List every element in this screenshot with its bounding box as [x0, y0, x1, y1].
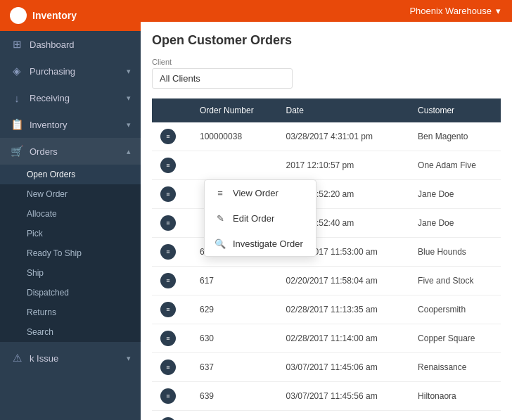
table-header-row: Order Number Date Customer	[152, 98, 501, 122]
row-customer: One	[409, 411, 501, 421]
top-bar: Phoenix Warehouse ▾	[141, 0, 512, 22]
view-order-icon: ≡	[215, 187, 226, 198]
col-icon	[152, 98, 191, 122]
row-icon-cell: ≡	[152, 353, 191, 382]
row-icon-cell: ≡	[152, 238, 191, 267]
sidebar-item-dashboard[interactable]: ⊞ Dashboard	[0, 31, 141, 58]
sidebar-subitem-search[interactable]: Search	[0, 322, 141, 342]
client-select[interactable]: All Clients	[152, 68, 293, 89]
context-menu: ≡ View Order ✎ Edit Order 🔍 Investigate …	[204, 179, 316, 257]
sidebar-item-receiving[interactable]: ↓ Receiving ▾	[0, 84, 141, 111]
main-content: Phoenix Warehouse ▾ Open Customer Orders…	[141, 0, 512, 420]
row-customer: Five and Stock	[409, 267, 501, 295]
sidebar-label-orders: Orders	[30, 146, 58, 157]
orders-table: Order Number Date Customer ≡ 100000038 0…	[152, 98, 501, 420]
row-icon-cell: ≡	[152, 295, 191, 324]
sidebar-item-purchasing[interactable]: ◈ Purchasing ▾	[0, 58, 141, 84]
row-icon-cell: ≡	[152, 180, 191, 209]
sidebar-header: Inventory	[0, 0, 141, 31]
warehouse-label: Phoenix Warehouse	[409, 6, 492, 16]
app-container: Inventory ⊞ Dashboard ◈ Purchasing ▾ ↓ R…	[0, 0, 512, 420]
row-order-number: 637	[191, 353, 278, 382]
row-icon: ≡	[160, 186, 176, 202]
sidebar-subitem-returns[interactable]: Returns	[0, 303, 141, 322]
row-customer: Renaissance	[409, 353, 501, 382]
sidebar-subitem-dispatched[interactable]: Dispatched	[0, 283, 141, 303]
row-date: 02/28/2017 11:13:35 am	[278, 295, 410, 324]
row-customer: Ben Magento	[409, 122, 501, 151]
sidebar-subitem-ship[interactable]: Ship	[0, 263, 141, 283]
table-row[interactable]: ≡ 617 02/20/2017 11:58:04 am Five and St…	[152, 267, 501, 295]
row-icon-cell: ≡	[152, 411, 191, 421]
sidebar-item-stock-issue[interactable]: ⚠ k Issue ▾	[0, 345, 141, 371]
context-menu-investigate-order[interactable]: 🔍 Investigate Order	[205, 231, 316, 256]
row-icon-cell: ≡	[152, 122, 191, 151]
row-order-number: 630	[191, 324, 278, 353]
table-row[interactable]: ≡ 629 02/28/2017 11:13:35 am Coopersmith	[152, 295, 501, 324]
sidebar-subitem-new-order[interactable]: New Order	[0, 184, 141, 204]
row-icon: ≡	[160, 273, 176, 288]
orders-icon: 🛒	[10, 144, 24, 158]
inventory-icon: 📋	[10, 117, 24, 132]
row-date: 03/09/2017 9:00:17 am	[278, 411, 410, 421]
stock-issue-icon: ⚠	[10, 351, 24, 365]
sidebar-subitem-pick[interactable]: Pick	[0, 224, 141, 243]
table-row[interactable]: ≡ 637 03/07/2017 11:45:06 am Renaissance	[152, 353, 501, 382]
page-title: Open Customer Orders	[152, 33, 501, 48]
sidebar-label-dashboard: Dashboard	[30, 39, 75, 50]
view-order-label: View Order	[233, 188, 279, 198]
sidebar-subitem-open-orders[interactable]: Open Orders	[0, 165, 141, 184]
table-row[interactable]: ≡ 639 03/07/2017 11:45:56 am Hiltonaora	[152, 382, 501, 411]
sidebar-label-inventory: Inventory	[30, 120, 67, 130]
chevron-down-icon: ▾	[127, 354, 131, 363]
warehouse-chevron: ▾	[496, 6, 501, 16]
row-icon: ≡	[160, 331, 176, 346]
row-order-number: 641	[191, 411, 278, 421]
row-date: 02/20/2017 11:58:04 am	[278, 267, 410, 295]
row-order-number: 100000038	[191, 122, 278, 151]
investigate-order-icon: 🔍	[215, 238, 226, 249]
sidebar-item-orders[interactable]: 🛒 Orders ▴	[0, 138, 141, 165]
investigate-order-label: Investigate Order	[233, 238, 303, 249]
warehouse-selector[interactable]: Phoenix Warehouse ▾	[409, 6, 501, 16]
table-row[interactable]: ≡ 630 02/28/2017 11:14:00 am Copper Squa…	[152, 324, 501, 353]
table-row[interactable]: ≡ 100000038 03/28/2017 4:31:01 pm Ben Ma…	[152, 122, 501, 151]
chevron-down-icon: ▾	[127, 120, 131, 129]
client-label: Client	[152, 58, 501, 66]
row-icon-cell: ≡	[152, 324, 191, 353]
row-customer: One Adam Five	[409, 151, 501, 180]
row-icon: ≡	[160, 244, 176, 260]
sidebar-item-inventory[interactable]: 📋 Inventory ▾	[0, 111, 141, 138]
sidebar: Inventory ⊞ Dashboard ◈ Purchasing ▾ ↓ R…	[0, 0, 141, 420]
sidebar-subitem-ready-to-ship[interactable]: Ready To Ship	[0, 243, 141, 263]
page-body: Open Customer Orders Client All Clients …	[141, 22, 512, 420]
row-customer: Jane Doe	[409, 209, 501, 238]
row-customer: Blue Hounds	[409, 238, 501, 267]
row-date: 03/07/2017 11:45:56 am	[278, 382, 410, 411]
client-form-group: Client All Clients	[152, 58, 501, 89]
row-date: 03/07/2017 11:45:06 am	[278, 353, 410, 382]
row-icon-cell: ≡	[152, 382, 191, 411]
row-icon: ≡	[160, 302, 176, 317]
col-date: Date	[278, 98, 410, 122]
context-menu-view-order[interactable]: ≡ View Order	[205, 180, 316, 205]
row-icon: ≡	[160, 359, 176, 375]
receiving-icon: ↓	[10, 91, 24, 105]
row-customer: Hiltonaora	[409, 382, 501, 411]
row-date: 2017 12:10:57 pm	[278, 151, 410, 180]
table-row[interactable]: ≡ 2017 12:10:57 pm One Adam Five	[152, 151, 501, 180]
row-icon-cell: ≡	[152, 151, 191, 180]
context-menu-edit-order[interactable]: ✎ Edit Order	[205, 205, 316, 231]
row-customer: Coopersmith	[409, 295, 501, 324]
edit-order-label: Edit Order	[233, 213, 274, 224]
table-row[interactable]: ≡ 641 03/09/2017 9:00:17 am One	[152, 411, 501, 421]
chevron-down-icon: ▾	[127, 67, 131, 76]
sidebar-label-purchasing: Purchasing	[30, 66, 75, 77]
row-icon-cell: ≡	[152, 267, 191, 295]
row-icon: ≡	[160, 417, 176, 420]
sidebar-label-stock-issue: k Issue	[30, 353, 58, 364]
dashboard-icon: ⊞	[10, 37, 24, 51]
row-order-number: 617	[191, 267, 278, 295]
row-date: 03/28/2017 4:31:01 pm	[278, 122, 410, 151]
sidebar-subitem-allocate[interactable]: Allocate	[0, 204, 141, 224]
